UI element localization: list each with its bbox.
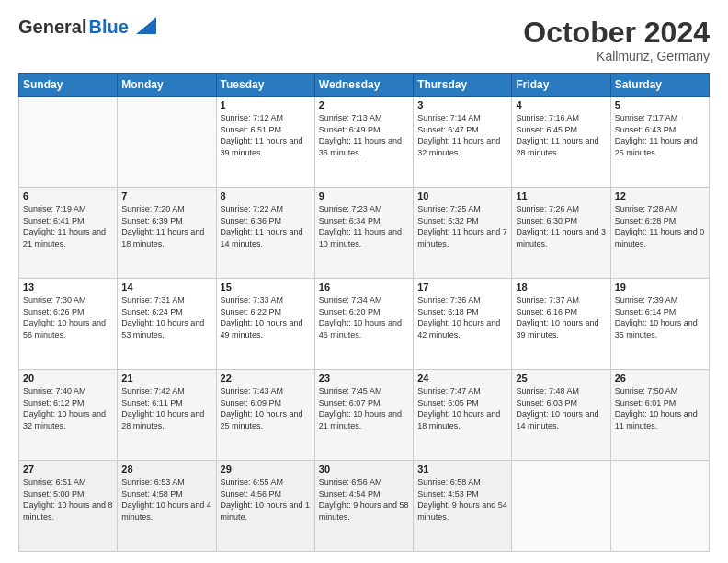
header: General Blue October 2024 Kallmunz, Germ… [18,17,710,63]
day-info: Sunrise: 7:45 AM Sunset: 6:07 PM Dayligh… [319,385,409,431]
day-number: 6 [23,190,113,201]
day-number: 1 [221,99,311,110]
calendar-day-cell: 10Sunrise: 7:25 AM Sunset: 6:32 PM Dayli… [414,188,512,279]
day-info: Sunrise: 6:56 AM Sunset: 4:54 PM Dayligh… [319,477,409,523]
day-info: Sunrise: 7:39 AM Sunset: 6:14 PM Dayligh… [615,294,705,340]
calendar-day-cell: 5Sunrise: 7:17 AM Sunset: 6:43 PM Daylig… [610,97,709,188]
day-info: Sunrise: 7:17 AM Sunset: 6:43 PM Dayligh… [615,112,705,158]
day-info: Sunrise: 7:20 AM Sunset: 6:39 PM Dayligh… [121,203,211,249]
day-number: 13 [23,282,113,293]
calendar-day-cell: 31Sunrise: 6:58 AM Sunset: 4:53 PM Dayli… [414,461,512,552]
day-number: 11 [516,190,606,201]
logo-icon [131,17,156,38]
calendar-day-cell: 30Sunrise: 6:56 AM Sunset: 4:54 PM Dayli… [314,461,413,552]
day-of-week-header: Wednesday [314,74,413,97]
day-number: 27 [23,464,113,475]
day-number: 9 [319,190,409,201]
calendar-day-cell: 24Sunrise: 7:47 AM Sunset: 6:05 PM Dayli… [414,370,512,461]
logo-blue: Blue [88,17,128,38]
day-info: Sunrise: 7:43 AM Sunset: 6:09 PM Dayligh… [221,385,311,431]
day-number: 21 [121,373,211,384]
day-number: 20 [23,373,113,384]
calendar-header-row: SundayMondayTuesdayWednesdayThursdayFrid… [19,74,710,97]
day-info: Sunrise: 7:33 AM Sunset: 6:22 PM Dayligh… [221,294,311,340]
calendar-day-cell: 19Sunrise: 7:39 AM Sunset: 6:14 PM Dayli… [610,279,709,370]
day-of-week-header: Monday [118,74,216,97]
day-info: Sunrise: 7:50 AM Sunset: 6:01 PM Dayligh… [615,385,705,431]
calendar-day-cell: 11Sunrise: 7:26 AM Sunset: 6:30 PM Dayli… [512,188,610,279]
day-of-week-header: Friday [512,74,610,97]
day-number: 7 [121,190,211,201]
day-number: 23 [319,373,409,384]
day-info: Sunrise: 7:22 AM Sunset: 6:36 PM Dayligh… [221,203,311,249]
day-info: Sunrise: 7:31 AM Sunset: 6:24 PM Dayligh… [121,294,211,340]
calendar-day-cell: 25Sunrise: 7:48 AM Sunset: 6:03 PM Dayli… [512,370,610,461]
day-info: Sunrise: 6:58 AM Sunset: 4:53 PM Dayligh… [417,477,507,523]
calendar-day-cell: 22Sunrise: 7:43 AM Sunset: 6:09 PM Dayli… [216,370,314,461]
day-number: 2 [319,99,409,110]
day-number: 16 [319,282,409,293]
calendar-day-cell: 27Sunrise: 6:51 AM Sunset: 5:00 PM Dayli… [19,461,118,552]
day-number: 4 [516,99,606,110]
day-info: Sunrise: 7:34 AM Sunset: 6:20 PM Dayligh… [319,294,409,340]
day-number: 15 [221,282,311,293]
calendar-day-cell: 28Sunrise: 6:53 AM Sunset: 4:58 PM Dayli… [118,461,216,552]
day-info: Sunrise: 7:12 AM Sunset: 6:51 PM Dayligh… [221,112,311,158]
day-number: 26 [615,373,705,384]
location: Kallmunz, Germany [523,49,710,63]
day-info: Sunrise: 7:13 AM Sunset: 6:49 PM Dayligh… [319,112,409,158]
calendar-day-cell: 2Sunrise: 7:13 AM Sunset: 6:49 PM Daylig… [314,97,413,188]
calendar-day-cell: 12Sunrise: 7:28 AM Sunset: 6:28 PM Dayli… [610,188,709,279]
calendar-day-cell: 9Sunrise: 7:23 AM Sunset: 6:34 PM Daylig… [314,188,413,279]
day-number: 5 [615,99,705,110]
calendar-day-cell: 8Sunrise: 7:22 AM Sunset: 6:36 PM Daylig… [216,188,314,279]
day-info: Sunrise: 7:40 AM Sunset: 6:12 PM Dayligh… [23,385,113,431]
title-block: October 2024 Kallmunz, Germany [523,17,710,63]
day-number: 25 [516,373,606,384]
day-number: 12 [615,190,705,201]
day-info: Sunrise: 6:51 AM Sunset: 5:00 PM Dayligh… [23,477,113,523]
day-number: 28 [121,464,211,475]
calendar-day-cell: 14Sunrise: 7:31 AM Sunset: 6:24 PM Dayli… [118,279,216,370]
day-info: Sunrise: 7:23 AM Sunset: 6:34 PM Dayligh… [319,203,409,249]
calendar-day-cell: 15Sunrise: 7:33 AM Sunset: 6:22 PM Dayli… [216,279,314,370]
calendar-day-cell: 20Sunrise: 7:40 AM Sunset: 6:12 PM Dayli… [19,370,118,461]
calendar-week-row: 1Sunrise: 7:12 AM Sunset: 6:51 PM Daylig… [19,97,710,188]
day-number: 18 [516,282,606,293]
day-number: 19 [615,282,705,293]
calendar-day-cell [512,461,610,552]
calendar-day-cell: 17Sunrise: 7:36 AM Sunset: 6:18 PM Dayli… [414,279,512,370]
day-info: Sunrise: 7:19 AM Sunset: 6:41 PM Dayligh… [23,203,113,249]
day-number: 14 [121,282,211,293]
day-number: 29 [221,464,311,475]
calendar-day-cell: 21Sunrise: 7:42 AM Sunset: 6:11 PM Dayli… [118,370,216,461]
day-number: 22 [221,373,311,384]
day-info: Sunrise: 7:36 AM Sunset: 6:18 PM Dayligh… [417,294,507,340]
calendar-day-cell: 7Sunrise: 7:20 AM Sunset: 6:39 PM Daylig… [118,188,216,279]
calendar-day-cell: 1Sunrise: 7:12 AM Sunset: 6:51 PM Daylig… [216,97,314,188]
day-info: Sunrise: 7:47 AM Sunset: 6:05 PM Dayligh… [417,385,507,431]
calendar-week-row: 20Sunrise: 7:40 AM Sunset: 6:12 PM Dayli… [19,370,710,461]
calendar-day-cell [19,97,118,188]
day-info: Sunrise: 7:28 AM Sunset: 6:28 PM Dayligh… [615,203,705,249]
day-of-week-header: Thursday [414,74,512,97]
svg-marker-0 [136,17,156,34]
calendar-table: SundayMondayTuesdayWednesdayThursdayFrid… [18,73,710,552]
calendar-day-cell [610,461,709,552]
day-number: 31 [417,464,507,475]
day-info: Sunrise: 7:14 AM Sunset: 6:47 PM Dayligh… [417,112,507,158]
calendar-day-cell: 3Sunrise: 7:14 AM Sunset: 6:47 PM Daylig… [414,97,512,188]
day-info: Sunrise: 7:16 AM Sunset: 6:45 PM Dayligh… [516,112,606,158]
calendar-week-row: 6Sunrise: 7:19 AM Sunset: 6:41 PM Daylig… [19,188,710,279]
day-info: Sunrise: 7:42 AM Sunset: 6:11 PM Dayligh… [121,385,211,431]
calendar-day-cell: 16Sunrise: 7:34 AM Sunset: 6:20 PM Dayli… [314,279,413,370]
calendar-day-cell: 29Sunrise: 6:55 AM Sunset: 4:56 PM Dayli… [216,461,314,552]
calendar-week-row: 13Sunrise: 7:30 AM Sunset: 6:26 PM Dayli… [19,279,710,370]
day-number: 30 [319,464,409,475]
day-info: Sunrise: 7:25 AM Sunset: 6:32 PM Dayligh… [417,203,507,249]
month-title: October 2024 [523,17,710,49]
day-info: Sunrise: 6:55 AM Sunset: 4:56 PM Dayligh… [221,477,311,523]
day-number: 24 [417,373,507,384]
day-info: Sunrise: 7:26 AM Sunset: 6:30 PM Dayligh… [516,203,606,249]
logo-general: General [18,17,86,38]
